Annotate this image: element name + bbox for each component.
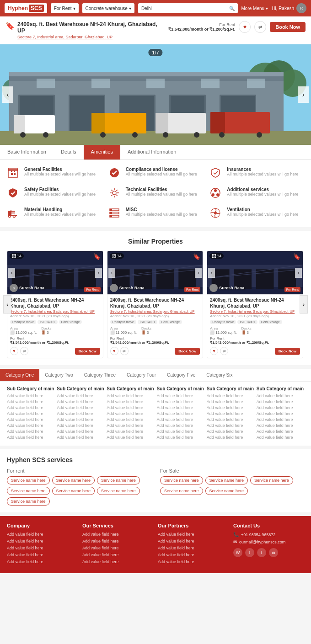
card-heart-button[interactable]: ♥ xyxy=(110,347,118,355)
service-tag[interactable]: Service name here xyxy=(97,476,140,484)
category-tab-2[interactable]: Category Two xyxy=(39,369,79,381)
cat-link[interactable]: Add value field here xyxy=(257,399,304,404)
card-book-button[interactable]: Book Now xyxy=(75,348,100,355)
footer-link[interactable]: Add value field here xyxy=(7,553,78,557)
cat-link[interactable]: Add value field here xyxy=(107,417,154,422)
category-tab-4[interactable]: Category Four xyxy=(121,369,161,381)
cat-link[interactable]: Add value field here xyxy=(107,405,154,410)
cat-link[interactable]: Add value field here xyxy=(107,411,154,416)
card-address[interactable]: Sectore 7, Industrial area, Sadarpur, Gh… xyxy=(210,309,300,314)
cat-link[interactable]: Add value field here xyxy=(156,435,204,440)
twitter-icon[interactable]: t xyxy=(257,548,266,557)
cat-link[interactable]: Add value field here xyxy=(156,405,204,410)
service-tag[interactable]: Service name here xyxy=(52,476,95,484)
cat-link[interactable]: Add value field here xyxy=(57,411,104,416)
footer-link[interactable]: Add value field here xyxy=(158,559,229,564)
cat-link[interactable]: Add value field here xyxy=(107,394,154,398)
card-next-button[interactable]: › xyxy=(295,268,302,278)
service-tag[interactable]: Service name here xyxy=(205,487,248,495)
cat-link[interactable]: Add value field here xyxy=(156,411,204,416)
footer-phone[interactable]: +91 98354 965872 xyxy=(241,532,275,537)
heart-button[interactable]: ♥ xyxy=(239,21,251,33)
cat-link[interactable]: Add value field here xyxy=(207,399,254,404)
carousel-prev-button[interactable]: ‹ xyxy=(3,295,11,314)
footer-link[interactable]: Add value field here xyxy=(158,546,229,550)
cat-link[interactable]: Add value field here xyxy=(57,417,104,422)
cat-link[interactable]: Add value field here xyxy=(107,435,154,440)
whatsapp-icon[interactable]: W xyxy=(233,548,242,557)
card-heart-button[interactable]: ♥ xyxy=(210,347,218,355)
cat-link[interactable]: Add value field here xyxy=(207,411,254,416)
footer-link[interactable]: Add value field here xyxy=(82,539,153,543)
tab-amenities[interactable]: Amenities xyxy=(84,145,120,160)
cat-link[interactable]: Add value field here xyxy=(57,399,104,404)
cat-link[interactable]: Add value field here xyxy=(7,405,54,410)
cat-link[interactable]: Add value field here xyxy=(7,399,54,404)
cat-link[interactable]: Add value field here xyxy=(7,423,54,428)
service-tag[interactable]: Service name here xyxy=(205,476,248,484)
gallery-prev-button[interactable]: ‹ xyxy=(2,86,13,103)
card-address[interactable]: Sectore 7, Industrial area, Sadarpur, Gh… xyxy=(10,309,100,314)
footer-email[interactable]: ourmail@hyphenscs.com xyxy=(239,540,285,544)
footer-link[interactable]: Add value field here xyxy=(158,532,229,537)
footer-link[interactable]: Add value field here xyxy=(158,553,229,557)
cat-link[interactable]: Add value field here xyxy=(207,423,254,428)
rent-dropdown[interactable]: For Rent ▾ xyxy=(51,3,79,13)
card-next-button[interactable]: › xyxy=(195,268,202,278)
cat-link[interactable]: Add value field here xyxy=(257,429,304,434)
card-book-button[interactable]: Book Now xyxy=(275,348,300,355)
logo[interactable]: Hyphen SCS xyxy=(5,3,47,13)
category-tab-1[interactable]: Category One xyxy=(0,369,39,381)
linkedin-icon[interactable]: in xyxy=(269,548,278,557)
service-tag[interactable]: Service name here xyxy=(52,487,95,495)
cat-link[interactable]: Add value field here xyxy=(7,435,54,440)
tab-additional-info[interactable]: Additional Information xyxy=(120,145,183,160)
cat-link[interactable]: Add value field here xyxy=(107,399,154,404)
cat-link[interactable]: Add value field here xyxy=(7,417,54,422)
footer-link[interactable]: Add value field here xyxy=(82,553,153,557)
cat-link[interactable]: Add value field here xyxy=(207,394,254,398)
tab-basic-info[interactable]: Basic Information xyxy=(0,145,54,160)
service-tag[interactable]: Service name here xyxy=(160,487,203,495)
cat-link[interactable]: Add value field here xyxy=(207,405,254,410)
cat-link[interactable]: Add value field here xyxy=(107,423,154,428)
cat-link[interactable]: Add value field here xyxy=(156,399,204,404)
book-now-button[interactable]: Book Now xyxy=(270,22,306,32)
footer-link[interactable]: Add value field here xyxy=(82,532,153,537)
footer-link[interactable]: Add value field here xyxy=(7,532,78,537)
card-next-button[interactable]: › xyxy=(95,268,102,278)
card-compare-button[interactable]: ⇌ xyxy=(220,347,228,355)
card-heart-button[interactable]: ♥ xyxy=(10,347,18,355)
footer-link[interactable]: Add value field here xyxy=(158,539,229,543)
card-prev-button[interactable]: ‹ xyxy=(208,268,215,278)
service-tag[interactable]: Service name here xyxy=(250,476,293,484)
card-prev-button[interactable]: ‹ xyxy=(108,268,115,278)
cat-link[interactable]: Add value field here xyxy=(257,435,304,440)
cat-link[interactable]: Add value field here xyxy=(7,429,54,434)
cat-link[interactable]: Add value field here xyxy=(57,405,104,410)
cat-link[interactable]: Add value field here xyxy=(257,411,304,416)
card-prev-button[interactable]: ‹ xyxy=(8,268,15,278)
cat-link[interactable]: Add value field here xyxy=(156,429,204,434)
service-tag[interactable]: Service name here xyxy=(7,476,50,484)
city-search[interactable]: Delhi 🔍 xyxy=(138,3,238,13)
footer-link[interactable]: Add value field here xyxy=(7,539,78,543)
facebook-icon[interactable]: f xyxy=(245,548,254,557)
gallery-next-button[interactable]: › xyxy=(298,86,309,103)
cat-link[interactable]: Add value field here xyxy=(257,417,304,422)
cat-link[interactable]: Add value field here xyxy=(207,429,254,434)
cat-link[interactable]: Add value field here xyxy=(257,394,304,398)
service-tag[interactable]: Service name here xyxy=(7,487,50,495)
footer-link[interactable]: Add value field here xyxy=(82,559,153,564)
service-tag[interactable]: Service name here xyxy=(160,476,203,484)
card-compare-button[interactable]: ⇌ xyxy=(120,347,129,355)
cat-link[interactable]: Add value field here xyxy=(7,394,54,398)
compare-button[interactable]: ⇌ xyxy=(254,21,266,33)
cat-link[interactable]: Add value field here xyxy=(156,423,204,428)
cat-link[interactable]: Add value field here xyxy=(57,429,104,434)
cat-link[interactable]: Add value field here xyxy=(156,417,204,422)
more-menu[interactable]: More Menu ▾ xyxy=(241,6,268,11)
category-tab-5[interactable]: Category Five xyxy=(161,369,201,381)
service-tag[interactable]: Service name here xyxy=(7,497,50,506)
card-address[interactable]: Sectore 7, Industrial area, Sadarpur, Gh… xyxy=(110,309,200,314)
